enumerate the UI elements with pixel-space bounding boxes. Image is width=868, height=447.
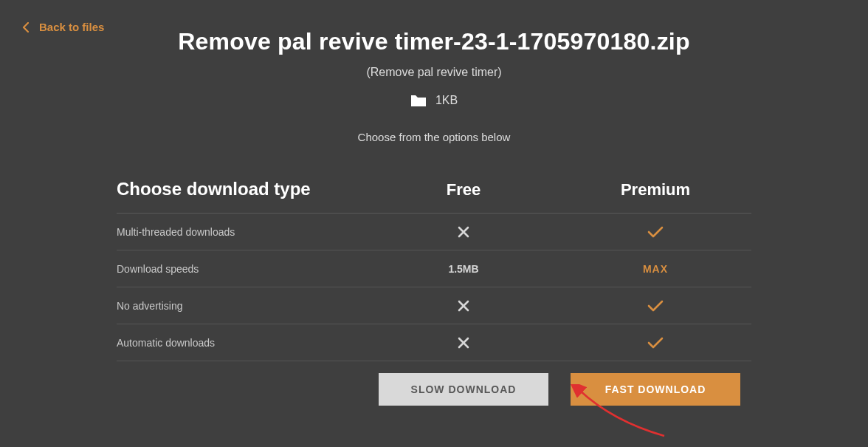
col-free-header: Free [368,180,559,199]
premium-cell [559,226,751,238]
table-row: No advertising [117,287,751,324]
free-cell [368,225,559,239]
check-icon [559,226,751,238]
table-heading: Choose download type [117,179,368,199]
premium-cell: MAX [559,263,751,275]
x-icon [368,336,559,349]
choose-prompt: Choose from the options below [117,131,751,143]
download-type-table: Choose download type Free Premium Multi-… [117,179,751,406]
feature-label: Multi-threaded downloads [117,226,368,238]
file-size: 1KB [435,94,458,107]
col-premium-header: Premium [559,180,751,199]
slow-download-button[interactable]: SLOW DOWNLOAD [379,373,548,406]
folder-icon [410,94,427,107]
check-icon [559,300,751,312]
x-icon [368,299,559,313]
fast-download-button[interactable]: FAST DOWNLOAD [571,373,740,406]
back-to-files-link[interactable]: Back to files [22,21,104,33]
feature-label: Download speeds [117,263,368,275]
table-row: Automatic downloads [117,324,751,361]
free-cell: 1.5MB [368,263,559,275]
free-cell [368,299,559,313]
feature-label: No advertising [117,300,368,312]
chevron-left-icon [22,22,29,33]
feature-label: Automatic downloads [117,337,368,349]
file-meta: 1KB [117,94,751,107]
premium-cell [559,300,751,312]
check-icon [559,337,751,349]
table-row: Multi-threaded downloads [117,214,751,250]
table-row: Download speeds 1.5MB MAX [117,250,751,287]
file-subtitle: (Remove pal revive timer) [117,66,751,79]
back-link-label: Back to files [39,21,104,33]
free-cell [368,336,559,349]
x-icon [368,225,559,239]
premium-cell [559,337,751,349]
file-title: Remove pal revive timer-23-1-1705970180.… [117,28,751,55]
